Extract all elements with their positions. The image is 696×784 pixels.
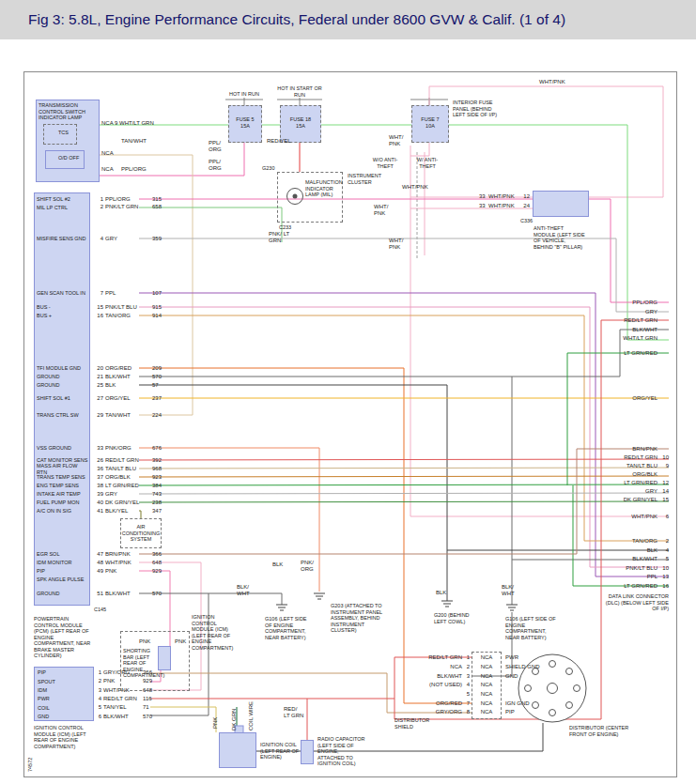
distributor-caption: DISTRIBUTOR (CENTER FRONT OF ENGINE) [569, 725, 629, 737]
wire-label-ppl-org: PPL/ORG [121, 166, 147, 173]
ignition-coil-caption: IGNITION COIL (LEFT REAR OF ENGINE) [260, 742, 303, 761]
icm-connector-caption: IGNITION CONTROL MODULE (ICM) (LEFT REAR… [192, 614, 235, 651]
wire-name: WHT/PNK [488, 193, 520, 200]
pcm-wire-row: 37ORG/BLK923 [92, 473, 173, 482]
tcs-caption: TRANSMISSION CONTROL SWITCH INDICATOR LA… [37, 100, 99, 123]
nca-label: NCA [481, 664, 493, 670]
distributor-row: NCA2 [425, 663, 470, 672]
wire-label-ppl-org: PPL/ ORG [209, 140, 227, 153]
ground-g200-caption: G200 (BEHIND LEFT COWL) [434, 612, 472, 624]
wire-name: TAN/ORG [582, 538, 657, 545]
tcs-label: TCS [58, 130, 69, 136]
wire-label-pnk: PNK [175, 638, 186, 645]
pin-number: 13 [657, 574, 669, 580]
distributor-mid-column: NCANCANCANCANCANCANCA [472, 653, 501, 717]
right-edge-group-b: BRN/PNKRED/LT GRN10TAN/LT BLU9ORG/BLKLT … [582, 445, 669, 504]
pcm-func-label: ENG TEMP SENS [37, 483, 79, 489]
pcm-wire-row: 38LT GRN/RED384 [92, 482, 173, 490]
wire-label-wht-pnk: WHT/PNK [539, 79, 565, 85]
pin-number: 9 [657, 463, 669, 469]
pcm-wire-row: 49PNK929 [92, 567, 173, 576]
pcm-func-label: SPK ANGLE PULSE [37, 576, 84, 583]
fuse-18-amp: 15A [296, 123, 305, 129]
hot-in-start-label: HOT IN START OR RUN [273, 85, 326, 98]
pcm-wire-row: 25BLK57 [92, 381, 173, 390]
fuse-5-name: FUSE 5 [236, 116, 254, 122]
connector-c233: C233 [279, 224, 291, 231]
antitheft-row: 33 WHT/PNK 12 [479, 192, 532, 201]
wire-label-pnk-org: PNK/ ORG [301, 560, 317, 573]
wire-name: PPL [582, 574, 657, 580]
distributor-row: BLK/WHT3 [425, 671, 470, 681]
distributor-row: GRY/ORG8 [425, 708, 470, 717]
ignition-coil-box [219, 732, 256, 768]
ground-g203-caption: G203 (ATTACHED TO INSTRUMENT PANEL ASSEM… [331, 603, 383, 634]
distributor-pin-function: IGN GND [505, 700, 530, 707]
pcm-func-label: TRANS TEMP SENS [37, 474, 85, 481]
right-edge-lt-grn-red: LT GRN/RED [582, 349, 669, 358]
distributor-row: (NOT USED)4 [425, 681, 470, 690]
distributor-pin-function: GND [505, 673, 518, 680]
pcm-wire-row: 26RED/LT GRN392 [92, 456, 173, 465]
pcm-func-label: GROUND [37, 374, 59, 380]
wiring-diagram-page: Fig 3: 5.8L, Engine Performance Circuits… [0, 0, 696, 784]
instrument-cluster-title: INSTRUMENT CLUSTER [348, 173, 387, 185]
pin-number: 15 [657, 497, 669, 503]
shorting-bar-caption: SHORTING BAR (LEFT REAR OF ENGINE COMPAR… [123, 648, 155, 679]
nca-label: NCA [101, 166, 114, 173]
radio-capacitor-caption: RADIO CAPACITOR (LEFT SIDE OF ENGINE, AT… [317, 736, 366, 767]
nca-label: NCA [481, 691, 493, 698]
nca-label: NCA [481, 709, 493, 715]
pcm-func-label: GEN SCAN TOOL IN [37, 290, 85, 297]
ac-system-box: AIR CONDITIONING SYSTEM [120, 518, 162, 548]
wire-label-wht-pnk: WHT/ PNK [389, 238, 408, 251]
wire-name: RED/LT GRN [582, 454, 657, 461]
pcm-wire-row: 40DK GRN/YEL238 [92, 499, 173, 507]
wire-label-dk-grn-vertical: DK GRN [231, 709, 238, 730]
right-edge-group-c: TAN/ORG2BLK4BLK/WHT5PNK/LT BLU10PPL13LT … [582, 537, 669, 591]
wire-name: BLK [582, 547, 657, 554]
pcm-wire-row: 39GRY743 [92, 490, 173, 499]
icm-caption: IGNITION CONTROL MODULE (ICM) (LEFT REAR… [34, 725, 92, 749]
ground-g106-mid-caption: G106 (LEFT SIDE OF ENGINE COMPARTMENT, N… [265, 616, 314, 640]
splice-number: 33 [479, 203, 488, 209]
wire-name: WHT/PNK [488, 203, 520, 209]
pcm-wire-row: 21BLK/WHT570 [92, 373, 173, 381]
wire-name: TAN/LT BLU [582, 463, 657, 469]
wire-name: BLK/WHT [582, 556, 657, 562]
wire-name: GRY [582, 309, 657, 315]
antitheft-rows: 33 WHT/PNK 12 33 WHT/PNK 24 [479, 192, 532, 210]
pcm-wire-row: 1PPL/ORG315 [92, 195, 173, 204]
wire-label-pnk-lt-grn: PNK/ LT GRN [269, 231, 291, 244]
pcm-func-label: VSS GROUND [37, 445, 71, 452]
pcm-func-label: BUS + [37, 313, 52, 319]
fuse-panel-caption: INTERIOR FUSE PANEL (BEHIND LEFT SIDE OF… [453, 100, 500, 118]
nca-label: NCA [481, 673, 493, 680]
fuse-18-name: FUSE 18 [290, 116, 311, 122]
wire-label-blk: BLK [436, 590, 446, 596]
connector-c145: C145 [94, 607, 106, 613]
distributor-shield-caption: DISTRIBUTOR SHIELD [394, 717, 434, 730]
icm-pin-labels: PIPSPOUTIDMPWRCOILGND [38, 669, 66, 721]
wire-label-ppl-org: PPL/ ORG [209, 159, 227, 172]
wire-name: BLK/WHT [582, 327, 657, 333]
splice-number: 33 [479, 193, 488, 200]
nca-label: NCA [101, 150, 114, 157]
wo-antitheft-label: W/O ANTI-THEFT [372, 157, 398, 169]
coil-wire-label: COIL WIRE [248, 701, 255, 730]
pcm-func-label: FUEL PUMP MON [37, 500, 80, 506]
fuse-7-name: FUSE 7 [421, 116, 439, 122]
fu se-18-box: FUSE 18 15A [280, 105, 321, 143]
pcm-func-label: GROUND [37, 591, 59, 597]
pcm-func-label: TRANS CTRL SW [37, 412, 79, 419]
wire-label-red-yel: RED/YEL [267, 138, 291, 145]
connector-g230: G230 [262, 165, 274, 172]
pcm-func-label: MIL LP CTRL [37, 205, 68, 211]
icm-pin-label: IDM [38, 687, 47, 694]
wire-name: RED/LT GRN [582, 317, 657, 324]
fuse-5-amp: 15A [240, 123, 250, 129]
pcm-func-label: PIP [37, 568, 45, 575]
pcm-func-label: TFI MODULE GND [37, 365, 81, 372]
pin-number: 4 [657, 547, 669, 554]
nca-label: NCA [481, 682, 493, 688]
